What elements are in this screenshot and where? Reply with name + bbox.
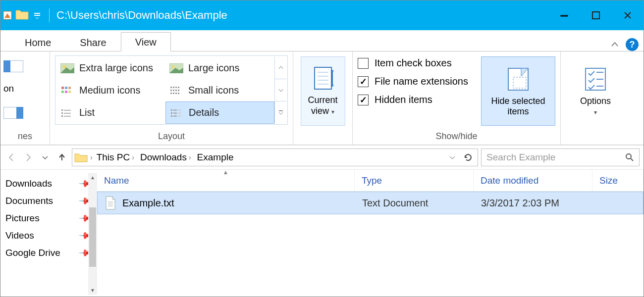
options-dropdown-icon: ▾ bbox=[594, 109, 597, 116]
svg-rect-15 bbox=[68, 87, 71, 89]
svg-rect-2 bbox=[34, 15, 40, 16]
svg-rect-38 bbox=[173, 109, 177, 110]
current-view-icon bbox=[312, 65, 334, 92]
ribbon-group-showhide: Item check boxes File name extensions Hi… bbox=[353, 51, 561, 145]
chevron-right-icon[interactable]: › bbox=[90, 153, 93, 161]
svg-rect-20 bbox=[173, 87, 174, 88]
sort-indicator-icon: ▲ bbox=[223, 169, 229, 176]
breadcrumb-thispc[interactable]: This PC› bbox=[95, 152, 136, 163]
sidebar-item-downloads[interactable]: Downloads📌 bbox=[0, 175, 97, 192]
file-row[interactable]: Example.txt Text Document 3/3/2017 2:03 … bbox=[97, 192, 644, 214]
breadcrumb-example[interactable]: Example bbox=[195, 152, 236, 163]
current-view-button[interactable]: Current view ▾ bbox=[301, 56, 345, 126]
layout-scroll-expand[interactable] bbox=[274, 101, 286, 123]
file-name: Example.txt bbox=[122, 198, 174, 209]
layout-medium-icons[interactable]: Medium icons bbox=[56, 79, 165, 101]
layout-scroll-down[interactable] bbox=[274, 79, 286, 101]
quickaccess-icon[interactable] bbox=[2, 10, 12, 20]
ribbon-group-current-view: Current view ▾ bbox=[293, 51, 353, 145]
options-group-label bbox=[561, 130, 630, 145]
preview-pane-icon[interactable] bbox=[3, 107, 23, 119]
sidebar-item-pictures[interactable]: Pictures📌 bbox=[0, 209, 97, 227]
breadcrumb-downloads[interactable]: Downloads› bbox=[138, 152, 193, 163]
sidebar-item-google-drive[interactable]: Google Drive📌 bbox=[0, 244, 97, 261]
file-list: ▲ Name Type Date modified Size Example.t… bbox=[97, 170, 644, 297]
file-date: 3/3/2017 2:03 PM bbox=[474, 198, 593, 209]
layout-scroll-up[interactable] bbox=[274, 57, 286, 79]
svg-rect-25 bbox=[175, 90, 177, 91]
tab-home[interactable]: Home bbox=[10, 33, 65, 51]
item-check-boxes-toggle[interactable]: Item check boxes bbox=[358, 57, 468, 69]
svg-rect-33 bbox=[61, 112, 63, 114]
svg-rect-39 bbox=[178, 109, 181, 110]
scroll-thumb[interactable] bbox=[89, 207, 96, 267]
file-name-extensions-toggle[interactable]: File name extensions bbox=[358, 76, 468, 87]
ribbon-tabs: Home Share View ? bbox=[0, 30, 644, 51]
column-header-date[interactable]: Date modified bbox=[474, 170, 592, 191]
layout-gallery: Extra large icons Large icons Medium ico… bbox=[55, 55, 288, 125]
layout-details[interactable]: Details bbox=[165, 101, 274, 124]
svg-rect-34 bbox=[64, 113, 71, 114]
svg-rect-47 bbox=[315, 67, 331, 89]
help-icon[interactable]: ? bbox=[626, 38, 639, 51]
layout-extra-large-icons[interactable]: Extra large icons bbox=[56, 57, 165, 79]
file-type: Text Document bbox=[355, 198, 474, 209]
ribbon-collapse-icon[interactable] bbox=[609, 39, 621, 50]
nav-forward-button[interactable] bbox=[21, 150, 35, 164]
refresh-button[interactable] bbox=[461, 150, 476, 165]
layout-label: Medium icons bbox=[79, 85, 140, 96]
column-header-size[interactable]: Size bbox=[592, 170, 644, 191]
svg-rect-30 bbox=[178, 93, 179, 94]
checkbox-icon bbox=[358, 95, 369, 105]
address-bar-row: › This PC› Downloads› Example bbox=[0, 145, 644, 170]
layout-label: Extra large icons bbox=[79, 62, 153, 74]
nav-recent-dropdown[interactable] bbox=[38, 150, 52, 164]
layout-group-label: Layout bbox=[50, 130, 293, 145]
svg-rect-4 bbox=[592, 12, 599, 19]
nav-back-button[interactable] bbox=[4, 150, 18, 164]
close-button[interactable] bbox=[612, 0, 644, 30]
svg-rect-43 bbox=[171, 115, 172, 117]
tab-share[interactable]: Share bbox=[65, 33, 120, 51]
address-history-dropdown[interactable] bbox=[446, 154, 459, 161]
scroll-up-icon[interactable]: ▲ bbox=[88, 173, 97, 182]
hidden-items-toggle[interactable]: Hidden items bbox=[358, 94, 468, 105]
nav-up-button[interactable] bbox=[55, 150, 69, 164]
layout-list[interactable]: List bbox=[56, 101, 165, 124]
svg-rect-13 bbox=[61, 87, 64, 89]
checkbox-icon bbox=[358, 76, 369, 87]
column-header-type[interactable]: Type bbox=[355, 170, 474, 191]
svg-rect-46 bbox=[279, 110, 283, 111]
sidebar-item-documents[interactable]: Documents📌 bbox=[0, 192, 97, 209]
svg-rect-28 bbox=[173, 93, 174, 94]
tab-view[interactable]: View bbox=[121, 32, 171, 51]
sidebar-item-videos[interactable]: Videos📌 bbox=[0, 227, 97, 244]
layout-small-icons[interactable]: Small icons bbox=[165, 79, 274, 101]
panes-group-label: nes bbox=[0, 130, 50, 145]
address-bar[interactable]: › This PC› Downloads› Example bbox=[72, 148, 478, 166]
column-header-name[interactable]: ▲ Name bbox=[97, 170, 355, 191]
panes-partial-label: on bbox=[3, 83, 14, 94]
options-icon bbox=[582, 65, 609, 93]
window-title: C:\Users\chris\Downloads\Example bbox=[56, 9, 227, 22]
content-area: Downloads📌 Documents📌 Pictures📌 Videos📌 … bbox=[0, 170, 644, 297]
search-input[interactable] bbox=[486, 152, 625, 163]
minimize-button[interactable] bbox=[548, 0, 580, 30]
checkbox-icon bbox=[358, 58, 369, 69]
options-button[interactable]: Options▾ bbox=[566, 56, 625, 126]
search-icon[interactable] bbox=[625, 153, 634, 162]
search-box[interactable] bbox=[481, 148, 640, 166]
folder-icon bbox=[74, 152, 88, 163]
sidebar-scrollbar[interactable]: ▲ ▼ bbox=[88, 173, 97, 295]
maximize-button[interactable] bbox=[580, 0, 612, 30]
navigation-pane-icon[interactable] bbox=[3, 60, 23, 72]
svg-rect-18 bbox=[68, 91, 71, 93]
column-headers: ▲ Name Type Date modified Size bbox=[97, 170, 644, 192]
checkbox-label: Item check boxes bbox=[375, 57, 452, 69]
checkbox-label: Hidden items bbox=[375, 94, 432, 105]
layout-large-icons[interactable]: Large icons bbox=[165, 57, 274, 79]
scroll-down-icon[interactable]: ▼ bbox=[88, 286, 97, 295]
hide-selected-items-button[interactable]: Hide selected items bbox=[481, 56, 555, 126]
qat-dropdown-icon[interactable] bbox=[32, 10, 42, 20]
layout-label: List bbox=[79, 107, 95, 118]
